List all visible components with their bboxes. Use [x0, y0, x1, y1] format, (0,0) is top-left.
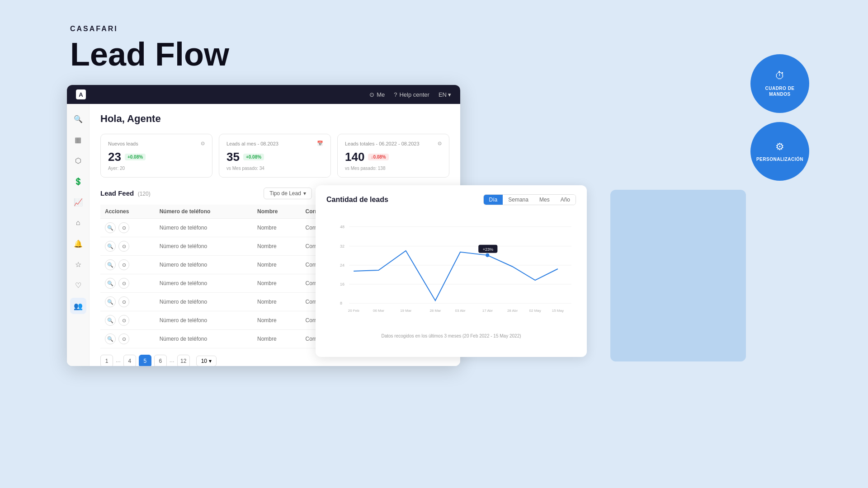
page-btn-4[interactable]: 4 — [123, 355, 136, 366]
table-cell-0: Número de teléfono — [155, 237, 253, 256]
svg-text:+23%: +23% — [483, 247, 493, 252]
stat-icon-total: ⊙ — [438, 141, 442, 146]
chart-tabs: Día Semana Mes Año — [483, 194, 576, 205]
topbar-help[interactable]: ? Help center — [394, 91, 429, 98]
col-telefono: Número de teléfono — [155, 205, 253, 219]
clock-icon: ⏱ — [775, 70, 785, 82]
table-cell-0: Número de teléfono — [155, 219, 253, 237]
contact-action-icon[interactable]: ⊙ — [118, 315, 129, 326]
sidebar-item-finance[interactable]: 💲 — [70, 173, 86, 189]
search-action-icon[interactable]: 🔍 — [105, 315, 116, 326]
per-page-select[interactable]: 10 ▾ — [196, 356, 217, 366]
table-cell-1: Nombre — [253, 293, 301, 311]
svg-text:48: 48 — [340, 225, 344, 229]
svg-text:16: 16 — [340, 282, 344, 286]
page-dots-1: ··· — [116, 358, 121, 365]
chevron-down-icon: ▾ — [209, 358, 212, 364]
topbar-me[interactable]: ⊙ Me — [369, 91, 385, 98]
contact-action-icon[interactable]: ⊙ — [118, 296, 129, 307]
sidebar-item-saved[interactable]: ♡ — [70, 277, 86, 293]
table-cell-1: Nombre — [253, 330, 301, 348]
section-title-area: Lead Feed (120) — [100, 189, 151, 197]
sidebar-item-search[interactable]: 🔍 — [70, 111, 86, 127]
contact-action-icon[interactable]: ⊙ — [118, 333, 129, 344]
stat-value-nuevos: 23 +0.08% — [108, 150, 205, 164]
svg-text:28 Abr: 28 Abr — [507, 309, 518, 313]
sidebar-item-favorites[interactable]: ☆ — [70, 256, 86, 272]
cuadro-de-mandos-button[interactable]: ⏱ CUADRO DE MANDOS — [750, 54, 809, 113]
sidebar-item-notifications[interactable]: 🔔 — [70, 235, 86, 252]
stat-icon-nuevos: ⊙ — [201, 141, 205, 146]
chart-tab-semana[interactable]: Semana — [503, 195, 534, 205]
chart-footer: Datos recogidos en los últimos 3 meses (… — [326, 333, 576, 338]
stat-sub-mes: vs Mes pasado: 34 — [226, 166, 323, 171]
table-cell-1: Nombre — [253, 219, 301, 237]
col-nombre: Nombre — [253, 205, 301, 219]
contact-action-icon[interactable]: ⊙ — [118, 241, 129, 252]
search-action-icon[interactable]: 🔍 — [105, 333, 116, 344]
chart-tab-ano[interactable]: Año — [555, 195, 576, 205]
table-cell-actions: 🔍 ⊙ — [100, 293, 155, 311]
action-icons: 🔍 ⊙ — [105, 278, 151, 289]
contact-action-icon[interactable]: ⊙ — [118, 278, 129, 289]
svg-text:02 May: 02 May — [529, 309, 541, 313]
action-icons: 🔍 ⊙ — [105, 259, 151, 270]
user-icon: ⊙ — [369, 91, 374, 98]
action-icons: 🔍 ⊙ — [105, 241, 151, 252]
table-cell-actions: 🔍 ⊙ — [100, 330, 155, 348]
table-cell-0: Número de teléfono — [155, 330, 253, 348]
stat-title-mes: Leads al mes - 08.2023 📅 — [226, 141, 323, 146]
action-icons: 🔍 ⊙ — [105, 333, 151, 344]
stats-row: Nuevos leads ⊙ 23 +0.08% Ayer: 20 Leads … — [100, 134, 449, 178]
search-action-icon[interactable]: 🔍 — [105, 222, 116, 233]
stat-card-total: Leads totales - 06.2022 - 08.2023 ⊙ 140 … — [337, 134, 449, 178]
page-btn-5[interactable]: 5 — [139, 355, 151, 366]
search-action-icon[interactable]: 🔍 — [105, 278, 116, 289]
lang-selector[interactable]: EN ▾ — [439, 91, 451, 98]
svg-text:32: 32 — [340, 244, 344, 249]
sidebar-item-trends[interactable]: 📈 — [70, 194, 86, 210]
search-action-icon[interactable]: 🔍 — [105, 296, 116, 307]
action-icons: 🔍 ⊙ — [105, 296, 151, 307]
tipo-lead-select[interactable]: Tipo de Lead ▾ — [264, 188, 312, 199]
chevron-down-icon: ▾ — [448, 91, 451, 98]
chart-tab-dia[interactable]: Día — [484, 195, 503, 205]
svg-text:8: 8 — [340, 301, 342, 305]
stat-badge-nuevos: +0.08% — [125, 154, 146, 160]
page-btn-6[interactable]: 6 — [154, 355, 167, 366]
svg-text:19 Mar: 19 Mar — [400, 309, 411, 313]
svg-text:28 Mar: 28 Mar — [429, 309, 441, 313]
help-icon: ? — [394, 91, 397, 98]
contact-action-icon[interactable]: ⊙ — [118, 222, 129, 233]
page-btn-1[interactable]: 1 — [100, 355, 113, 366]
cuadro-label: CUADRO DE MANDOS — [757, 85, 802, 97]
chart-panel: Cantidad de leads Día Semana Mes Año 48 … — [316, 185, 587, 357]
personalizacion-button[interactable]: ⚙ PERSONALIZACIÓN — [750, 122, 809, 181]
table-cell-actions: 🔍 ⊙ — [100, 237, 155, 256]
search-action-icon[interactable]: 🔍 — [105, 241, 116, 252]
chart-header: Cantidad de leads Día Semana Mes Año — [326, 194, 576, 205]
chart-tab-mes[interactable]: Mes — [534, 195, 555, 205]
svg-point-10 — [486, 253, 489, 257]
app-topbar: A ⊙ Me ? Help center EN ▾ — [67, 85, 460, 104]
sidebar-item-leads[interactable]: 👥 — [70, 298, 86, 314]
search-action-icon[interactable]: 🔍 — [105, 259, 116, 270]
contact-action-icon[interactable]: ⊙ — [118, 259, 129, 270]
svg-text:03 Abr: 03 Abr — [455, 309, 466, 313]
action-icons: 🔍 ⊙ — [105, 315, 151, 326]
sidebar-item-map[interactable]: ⬡ — [70, 152, 86, 169]
stat-sub-total: vs Mes pasado: 138 — [345, 166, 442, 171]
svg-text:20 Feb: 20 Feb — [348, 309, 359, 313]
topbar-right: ⊙ Me ? Help center EN ▾ — [369, 91, 451, 98]
sidebar-item-analytics[interactable]: ▦ — [70, 131, 86, 148]
page-btn-12[interactable]: 12 — [177, 355, 190, 366]
table-cell-actions: 🔍 ⊙ — [100, 256, 155, 274]
stat-value-total: 140 ↓0.08% — [345, 150, 442, 164]
stat-card-mes: Leads al mes - 08.2023 📅 35 +0.08% vs Me… — [219, 134, 331, 178]
col-acciones: Acciones — [100, 205, 155, 219]
table-cell-actions: 🔍 ⊙ — [100, 274, 155, 293]
sidebar-item-properties[interactable]: ⌂ — [70, 215, 86, 231]
stat-badge-mes: +0.08% — [243, 154, 264, 160]
table-cell-actions: 🔍 ⊙ — [100, 219, 155, 237]
stat-badge-total: ↓0.08% — [368, 154, 388, 160]
